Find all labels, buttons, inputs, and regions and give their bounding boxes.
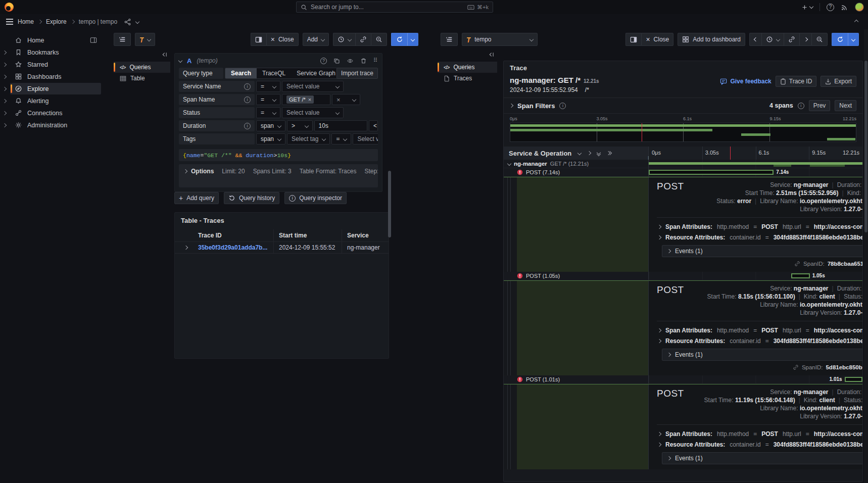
subnav-item-queries[interactable]: </> Queries <box>438 62 497 73</box>
disable-query-icon[interactable] <box>347 58 354 64</box>
query-help-icon[interactable]: ? <box>320 58 327 64</box>
breadcrumb-chevron-icon[interactable] <box>135 20 139 24</box>
new-button[interactable] <box>801 4 813 11</box>
time-range-button[interactable] <box>761 33 784 46</box>
add-to-dashboard-button[interactable]: Add to dashboard <box>678 33 745 46</box>
clear-icon[interactable]: × <box>336 96 341 104</box>
span-row[interactable]: POST (1.01s)1.01s <box>504 375 862 384</box>
give-feedback-link[interactable]: Give feedback <box>720 78 771 85</box>
tab-traceql[interactable]: TraceQL <box>257 68 291 78</box>
span-row[interactable]: POST (1.05s)1.05s <box>504 272 862 280</box>
attributes-row[interactable]: Resource Attributes:container.id=304fd88… <box>657 439 863 450</box>
span-name-cell[interactable]: POST (1.01s) <box>504 375 649 383</box>
col-service[interactable]: Service <box>342 229 389 242</box>
sidebar-item-alerting[interactable]: Alerting <box>10 95 101 107</box>
attributes-row[interactable]: Resource Attributes:container.id=304fd88… <box>657 335 863 346</box>
query-ref-id[interactable]: A <box>187 57 191 65</box>
pane-scrollbar[interactable] <box>388 171 391 237</box>
zoom-out-button[interactable] <box>811 33 828 46</box>
status-value[interactable]: Select value <box>282 107 344 118</box>
next-button[interactable]: Next <box>835 100 856 111</box>
events-row[interactable]: Events (1) <box>662 245 863 257</box>
duration-min-input[interactable]: 10s <box>314 120 367 131</box>
span-name-clear[interactable]: × <box>332 94 360 105</box>
expand-row-icon[interactable] <box>175 246 197 249</box>
trace-minimap[interactable]: 0μs3.05s6.1s9.15s12.21s <box>504 114 862 142</box>
pane-outline-icon[interactable] <box>114 33 131 46</box>
share-icon[interactable] <box>124 18 131 26</box>
service-name-value[interactable]: Select value <box>282 81 344 92</box>
span-bar[interactable] <box>791 273 809 278</box>
collapse-subnav-icon[interactable] <box>114 51 170 62</box>
span-name-cell[interactable]: ng-managerGET /* (12.21s) <box>504 160 649 168</box>
import-trace-button[interactable]: Import trace <box>336 68 378 79</box>
duration-scope[interactable]: span <box>256 120 285 131</box>
service-name-operator[interactable]: = <box>256 81 280 92</box>
collapse-query-icon[interactable] <box>178 59 182 63</box>
sync-times-button[interactable] <box>784 33 799 46</box>
join-panes-button[interactable] <box>625 33 641 46</box>
expand-icon[interactable] <box>3 123 7 127</box>
sidebar-item-bookmarks[interactable]: Bookmarks <box>10 46 101 58</box>
tags-operator[interactable]: = <box>331 133 351 144</box>
tab-search[interactable]: Search <box>225 68 257 78</box>
span-filters-label[interactable]: Span Filters <box>517 102 555 110</box>
status-operator[interactable]: = <box>256 107 280 118</box>
collapse-one-icon[interactable] <box>577 151 582 155</box>
remove-chip-icon[interactable]: × <box>308 96 311 103</box>
collapse-toolbar-icon[interactable] <box>854 20 858 24</box>
collapse-span-icon[interactable] <box>507 162 511 166</box>
collapse-all-icon[interactable] <box>597 151 600 156</box>
datasource-picker[interactable]: T <box>135 33 155 46</box>
sidebar-item-administration[interactable]: Administration <box>10 119 101 131</box>
sidebar-item-starred[interactable]: Starred <box>10 59 101 70</box>
tags-value[interactable]: Select va <box>353 133 378 144</box>
attributes-row[interactable]: Span Attributes:http.method=POSThttp.url… <box>657 428 863 439</box>
attributes-row[interactable]: Span Attributes:http.method=POSThttp.url… <box>657 325 863 335</box>
span-name-operator[interactable]: = <box>256 94 280 105</box>
span-timeline-cell[interactable]: 7.14s <box>649 168 862 176</box>
sidebar-item-home[interactable]: Home <box>10 34 101 46</box>
span-timeline-cell[interactable]: 1.01s <box>649 375 862 383</box>
subnav-item-queries[interactable]: </> Queries <box>114 62 170 73</box>
news-icon[interactable] <box>841 4 848 11</box>
tags-scope[interactable]: span <box>256 133 285 144</box>
span-name-chip[interactable]: GET /*× <box>286 95 314 104</box>
datasource-picker[interactable]: Ttempo <box>462 33 538 46</box>
sync-times-button[interactable] <box>355 33 371 46</box>
events-row[interactable]: Events (1) <box>662 452 863 464</box>
time-back-button[interactable] <box>749 33 761 46</box>
duplicate-query-icon[interactable] <box>333 58 340 64</box>
span-timeline-cell[interactable] <box>649 160 862 168</box>
window-scrollbar[interactable] <box>864 29 868 483</box>
col-trace-id[interactable]: Trace ID <box>197 232 273 239</box>
info-icon[interactable]: i <box>798 103 804 109</box>
grafana-logo-icon[interactable] <box>5 3 14 12</box>
table-row[interactable]: 35be0f3d29a01adda7b...2024-12-09 15:55:5… <box>175 242 389 254</box>
pane-outline-icon[interactable] <box>441 33 458 46</box>
expand-all-icon[interactable] <box>607 152 611 155</box>
tab-service-graph[interactable]: Service Graph <box>291 68 341 78</box>
close-pane-button[interactable]: ×Close <box>641 33 673 46</box>
breadcrumb-explore[interactable]: Explore <box>46 18 67 25</box>
sidebar-item-explore[interactable]: Explore <box>10 83 101 94</box>
delete-query-icon[interactable] <box>360 58 367 64</box>
events-row[interactable]: Events (1) <box>662 349 863 361</box>
breadcrumb-home[interactable]: Home <box>18 18 34 25</box>
panel-title[interactable]: Trace <box>504 61 862 75</box>
span-row[interactable]: ng-managerGET /* (12.21s) <box>504 160 862 168</box>
help-icon[interactable]: ? <box>827 4 834 11</box>
zoom-out-button[interactable] <box>371 33 387 46</box>
span-name-value[interactable]: GET /*× <box>282 94 330 105</box>
info-icon[interactable]: i <box>244 96 251 103</box>
panel-title[interactable]: Table - Traces <box>175 213 389 229</box>
span-name-cell[interactable]: POST (7.14s) <box>504 168 649 176</box>
span-row[interactable]: POST (7.14s)7.14s <box>504 168 862 177</box>
expand-icon[interactable] <box>3 62 7 66</box>
expand-icon[interactable] <box>3 50 7 54</box>
subnav-item-table[interactable]: Table <box>114 73 170 84</box>
dock-menu-icon[interactable] <box>90 37 97 43</box>
run-query-button[interactable] <box>832 33 848 46</box>
expand-icon[interactable] <box>3 99 7 103</box>
export-button[interactable]: Export <box>821 76 856 87</box>
